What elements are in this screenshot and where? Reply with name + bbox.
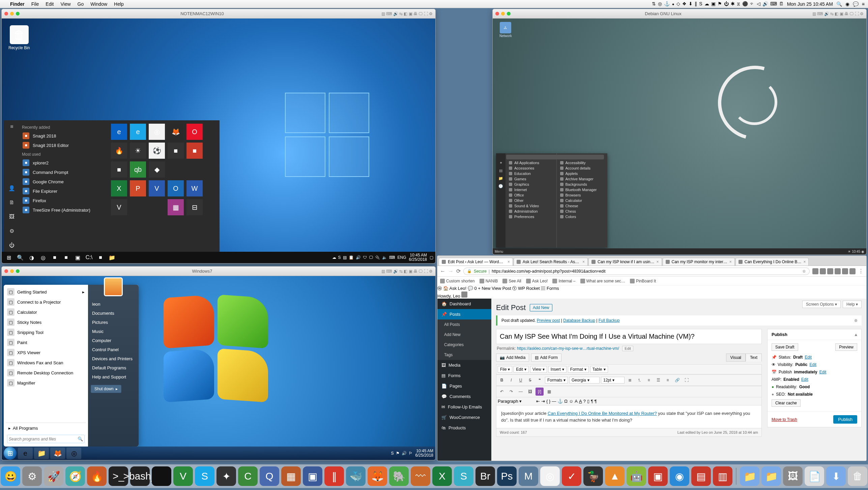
minimize-icon[interactable] [501, 12, 505, 16]
status-icon[interactable]: ✱ [731, 1, 735, 7]
status-icon[interactable]: ⏻ [724, 1, 729, 7]
start-app-item[interactable]: ■File Explorer [22, 186, 106, 196]
start-item[interactable]: ▢Getting Started▸ [6, 287, 86, 297]
status-icon[interactable]: ❖ [682, 1, 687, 7]
dock-vim[interactable]: V [173, 466, 193, 486]
tab-close-icon[interactable]: × [729, 259, 732, 264]
category-item[interactable]: Administration [508, 209, 554, 214]
fullscreen-button[interactable]: ⛶ [683, 376, 691, 384]
minimize-icon[interactable] [10, 12, 14, 16]
dock-downloads[interactable]: ⬇ [826, 466, 846, 486]
tray-icon[interactable]: 🛡 [363, 255, 367, 260]
char-button[interactable]: Ω [564, 399, 568, 404]
dock-doc[interactable]: 📄 [805, 466, 824, 486]
start-tile[interactable]: ◆ [149, 161, 165, 178]
notif-icon[interactable]: ≡ [862, 1, 865, 7]
bookmark-item[interactable]: See All [502, 279, 521, 283]
start-tile[interactable]: X [111, 180, 127, 196]
table-button[interactable]: ▦ [545, 388, 553, 396]
start-app-item[interactable]: ■Snagit 2018 [22, 131, 106, 141]
dock-ps[interactable]: Ps [497, 466, 517, 486]
start-tile[interactable]: O [186, 124, 203, 140]
dock-app1[interactable]: ▦ [281, 466, 301, 486]
menu-button[interactable]: ⋮ [858, 268, 864, 274]
status-icons[interactable]: ⇅◎⚓⬥◇❖⬇‖S☁▣⚑⏻✱⧖⚫ᯤ◁🔊⌨🗓 [652, 1, 783, 7]
start-tile[interactable]: P [130, 180, 146, 196]
start-tile[interactable] [130, 199, 146, 215]
taskbar-item[interactable]: ◑ [27, 253, 37, 262]
start-item[interactable]: ▢Snipping Tool [6, 327, 86, 337]
app-item[interactable]: Archive Manager [559, 176, 606, 182]
edit-visibility[interactable]: Edit [809, 362, 816, 367]
sidebar-item[interactable]: 🖼Media [437, 360, 491, 370]
status-icon[interactable]: ▣ [711, 1, 716, 7]
ul-button[interactable]: ≣ [626, 376, 634, 384]
start-app-item[interactable]: ■Google Chrome [22, 177, 106, 186]
dock-trash[interactable]: 🗑 [848, 466, 867, 486]
clear-cache-button[interactable]: Clear cache [772, 399, 801, 407]
status-icon[interactable]: ◎ [658, 1, 662, 7]
dock-bash[interactable]: >bash_ [130, 466, 150, 486]
dock-firewall[interactable]: 🔥 [87, 466, 107, 486]
formats-select[interactable]: Formats ▾ [545, 377, 568, 384]
dock-blank[interactable] [152, 466, 171, 486]
status-icon[interactable]: ⌨ [770, 1, 777, 7]
indent-button[interactable]: ⇥ [541, 399, 545, 404]
more-button[interactable]: — [552, 399, 556, 404]
status-icon[interactable]: ⇅ [652, 1, 656, 7]
font-select[interactable]: Georgia ▾ [569, 377, 600, 384]
yoast-link[interactable]: Ⓨ [512, 286, 517, 291]
edit-status[interactable]: Edit [805, 355, 812, 360]
tray-icon[interactable]: ☁ [332, 255, 336, 260]
start-tile[interactable]: ▦ [168, 199, 184, 215]
dock-vbox[interactable]: ▣ [303, 466, 322, 486]
dock-evernote[interactable]: 🐘 [389, 466, 409, 486]
status-icon[interactable]: ⚫ [742, 1, 748, 7]
start-app-item[interactable]: ■Command Prompt [22, 167, 106, 177]
start-app-item[interactable]: ■xplorer2 [22, 158, 106, 167]
move-to-trash[interactable]: Move to Trash [772, 417, 797, 422]
size-select[interactable]: 12pt ▾ [601, 377, 625, 384]
start-item[interactable]: ▢Magnifier [6, 378, 86, 388]
category-item[interactable]: Office [508, 192, 554, 198]
start-item[interactable]: ▢Connect to a Projector [6, 297, 86, 307]
start-tile[interactable]: V [149, 180, 165, 196]
panel-tray[interactable]: ☀ 10:45 ◉ [848, 250, 864, 253]
sidebar-item[interactable]: 🛒WooCommerce [437, 412, 491, 423]
bookmark-star-icon[interactable]: ☆ [802, 269, 806, 274]
debian-titlebar[interactable]: Debian GNU Linux ▥ ⌨ 🔊 ⇆ ◧ ▣ 🖶 🖵 ⛶ ⚙ [493, 9, 866, 19]
align-left-button[interactable]: ≡ [645, 376, 653, 384]
sidebar-item[interactable]: All Posts [437, 319, 491, 330]
edit-menu[interactable]: Edit ▾ [514, 366, 529, 373]
dock-camtasia[interactable]: C [238, 466, 258, 486]
menu-window[interactable]: Window [90, 1, 107, 7]
start-tile[interactable]: ◎ [149, 124, 165, 140]
full-backup-link[interactable]: Full Backup [599, 318, 620, 323]
app-item[interactable]: Browsers [559, 192, 606, 198]
start-item[interactable]: ▢Sticky Notes [6, 317, 86, 327]
status-icon[interactable]: ⬇ [689, 1, 693, 7]
sidebar-item[interactable]: 🛍Products [437, 423, 491, 433]
start-item[interactable]: ▢Calculator [6, 307, 86, 317]
start-right-item[interactable]: Control Panel [91, 345, 136, 354]
tray-icon[interactable]: S [338, 255, 341, 260]
browser-tab[interactable]: Can my ISP know if I am usin…× [588, 258, 662, 266]
start-item[interactable]: ▢Paint [6, 337, 86, 347]
category-item[interactable]: Games [508, 176, 554, 182]
dock-finder[interactable]: 😀 [1, 466, 20, 486]
app-item[interactable]: Backgrounds [559, 182, 606, 187]
new-link[interactable]: + New [478, 286, 490, 291]
tray-icon[interactable]: ▤ [343, 255, 347, 260]
taskbar-pin[interactable]: e [18, 448, 33, 459]
app-item[interactable]: Bluetooth Manager [559, 187, 606, 192]
app-search[interactable] [506, 155, 604, 159]
taskbar-pin[interactable]: 🦊 [50, 448, 65, 459]
dock-sys[interactable]: ⚙ [22, 466, 42, 486]
category-item[interactable]: Internet [508, 187, 554, 192]
tab-close-icon[interactable]: × [582, 259, 585, 264]
dock-desktop[interactable]: 🖼 [783, 466, 803, 486]
recent-icon[interactable]: 🕘 [498, 184, 503, 188]
start-right-item[interactable]: Computer [91, 336, 136, 345]
taskbar-pin[interactable]: ◎ [66, 448, 81, 459]
vm-toolbar-icons[interactable]: ▥ ⌨ 🔊 ⇆ ◧ ▣ 🖶 🖵 ⛶ ⚙ [381, 269, 433, 274]
